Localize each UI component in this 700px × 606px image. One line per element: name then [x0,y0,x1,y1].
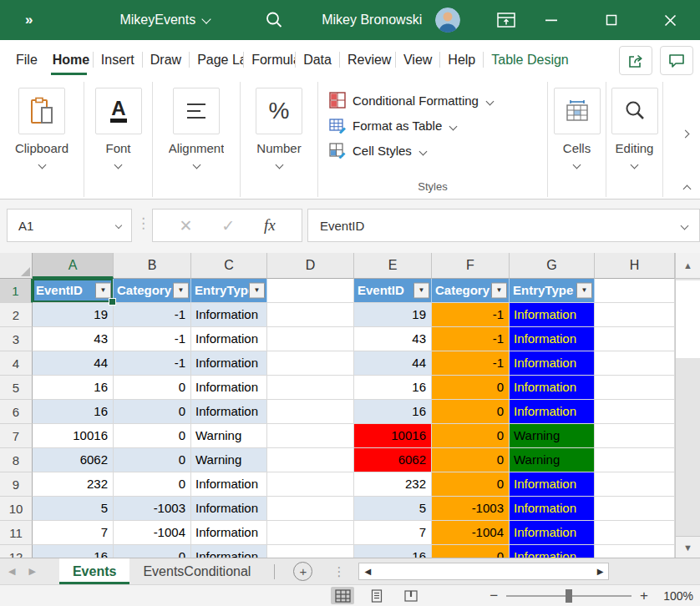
row-header-5[interactable]: 5 [0,376,33,400]
zoom-slider[interactable] [506,595,632,597]
cell-F7[interactable]: 0 [432,424,510,448]
column-header-f[interactable]: F [432,253,510,279]
conditional-formatting-button[interactable]: Conditional Formatting [318,88,547,113]
cell-A4[interactable]: 44 [33,351,114,376]
new-sheet-button[interactable]: + [293,562,312,581]
cell-B11[interactable]: -1004 [114,521,191,545]
cell-F5[interactable]: 0 [432,376,510,400]
cell-E1[interactable]: EventID▼ [354,279,432,303]
cell-B5[interactable]: 0 [114,376,191,400]
cell-D8[interactable] [267,448,354,472]
scroll-left-icon[interactable]: ◀ [364,567,371,576]
formula-input[interactable]: EventID [307,209,700,242]
scroll-right-icon[interactable]: ▶ [597,567,604,576]
cell-C6[interactable]: Information [191,400,267,424]
cell-E10[interactable]: 5 [354,497,432,521]
cancel-button[interactable]: ✕ [179,216,192,235]
cell-G7[interactable]: Warning [510,424,595,448]
cell-H6[interactable] [595,400,675,424]
zoom-out-button[interactable]: − [489,588,498,603]
cell-H12[interactable] [595,545,675,558]
cell-E9[interactable]: 232 [354,472,432,497]
cell-G4[interactable]: Information [510,351,595,376]
insert-function-button[interactable]: fx [264,216,276,235]
cell-G5[interactable]: Information [510,376,595,400]
cell-F10[interactable]: -1003 [432,497,510,521]
fill-handle[interactable] [109,298,116,306]
tab-view[interactable]: View [396,40,439,79]
filter-button[interactable]: ▼ [249,283,265,299]
cell-F8[interactable]: 0 [432,448,510,472]
cell-F11[interactable]: -1004 [432,521,510,545]
cell-G1[interactable]: EntryType▼ [510,279,595,303]
select-all-corner[interactable] [0,253,33,279]
cell-E11[interactable]: 7 [354,521,432,545]
maximize-button[interactable] [599,8,624,33]
row-header-4[interactable]: 4 [0,351,33,376]
cell-C11[interactable]: Information [191,521,267,545]
cell-B12[interactable]: 0 [114,545,191,558]
tab-draw[interactable]: Draw [143,40,189,79]
row-header-1[interactable]: 1 [0,279,33,303]
cell-F6[interactable]: 0 [432,400,510,424]
cell-C3[interactable]: Information [191,327,267,351]
cell-C9[interactable]: Information [191,472,267,497]
search-button[interactable] [265,11,283,29]
cell-styles-button[interactable]: Cell Styles [318,138,547,163]
cell-C8[interactable]: Warning [191,448,267,472]
cell-B7[interactable]: 0 [114,424,191,448]
cell-D4[interactable] [267,351,354,376]
row-header-11[interactable]: 11 [0,521,33,545]
cell-C1[interactable]: EntryType▼ [191,279,267,303]
cell-G9[interactable]: Information [510,472,595,497]
cell-A11[interactable]: 7 [33,521,114,545]
cell-G2[interactable]: Information [510,303,595,327]
cell-G8[interactable]: Warning [510,448,595,472]
column-header-c[interactable]: C [191,253,267,279]
cell-D5[interactable] [267,376,354,400]
cell-F4[interactable]: -1 [432,351,510,376]
cell-F12[interactable]: 0 [432,545,510,558]
cell-E4[interactable]: 44 [354,351,432,376]
cell-B2[interactable]: -1 [114,303,191,327]
row-header-7[interactable]: 7 [0,424,33,448]
cell-F9[interactable]: 0 [432,472,510,497]
cell-A9[interactable]: 232 [33,472,114,497]
cell-H10[interactable] [595,497,675,521]
column-header-g[interactable]: G [510,253,595,279]
row-header-6[interactable]: 6 [0,400,33,424]
cell-D12[interactable] [267,545,354,558]
filter-button[interactable]: ▼ [576,283,592,299]
column-header-d[interactable]: D [267,253,354,279]
cell-B10[interactable]: -1003 [114,497,191,521]
enter-button[interactable]: ✓ [221,216,235,235]
cell-D3[interactable] [267,327,354,351]
row-header-9[interactable]: 9 [0,472,33,497]
alignment-button[interactable] [173,88,220,134]
filter-button[interactable]: ▼ [173,283,189,299]
sheet-nav-left-icon[interactable]: ◀ [8,566,15,577]
cell-B8[interactable]: 0 [114,448,191,472]
row-header-12[interactable]: 12 [0,545,33,558]
row-header-10[interactable]: 10 [0,497,33,521]
cell-B6[interactable]: 0 [114,400,191,424]
alignment-group-chevron-icon[interactable] [192,161,200,169]
sheet-nav-right-icon[interactable]: ▶ [28,566,35,577]
cell-G3[interactable]: Information [510,327,595,351]
cell-H3[interactable] [595,327,675,351]
cell-F2[interactable]: -1 [432,303,510,327]
cell-E12[interactable]: 16 [354,545,432,558]
tab-file[interactable]: File [8,40,45,79]
tab-data[interactable]: Data [296,40,339,79]
cell-E2[interactable]: 19 [354,303,432,327]
row-header-3[interactable]: 3 [0,327,33,351]
cell-A7[interactable]: 10016 [33,424,114,448]
number-format-button[interactable]: % [256,88,302,134]
cell-H7[interactable] [595,424,675,448]
cell-C4[interactable]: Information [191,351,267,376]
name-box-dropdown-icon[interactable] [115,222,122,229]
zoom-slider-handle[interactable] [566,589,572,603]
cell-H5[interactable] [595,376,675,400]
column-header-b[interactable]: B [114,253,191,279]
format-as-table-button[interactable]: Format as Table [318,113,547,138]
